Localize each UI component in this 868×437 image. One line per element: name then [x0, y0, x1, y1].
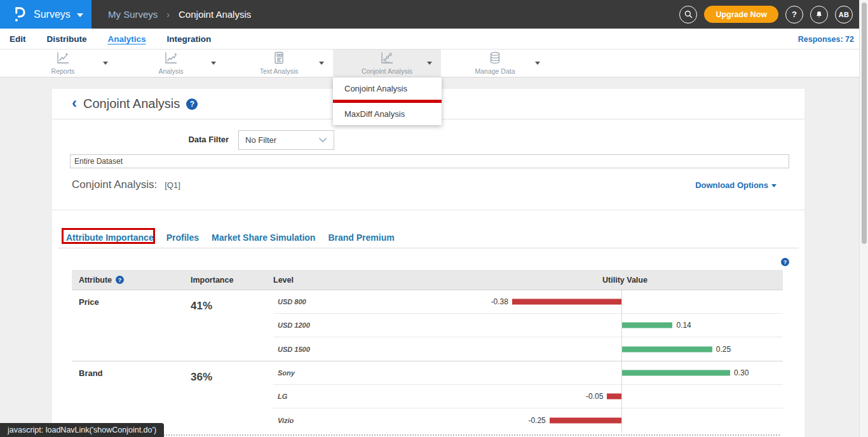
chevron-down-icon[interactable] — [427, 62, 432, 65]
tab-profiles[interactable]: Profiles — [166, 231, 200, 244]
nav-integration[interactable]: Integration — [167, 34, 212, 44]
table-group-price: Price 41% USD 800 -0.38 USD 1200 0.14 — [72, 290, 783, 361]
level-label: LG — [273, 385, 467, 408]
utility-value-label: 0.14 — [676, 321, 691, 330]
table-row: USD 1500 0.25 — [273, 337, 783, 361]
utility-bar-cell: 0.30 — [467, 361, 783, 384]
question-ref: [Q1] — [165, 180, 180, 190]
toolbar-item-manage-data[interactable]: Manage Data — [441, 50, 549, 77]
line-chart-icon — [55, 51, 71, 65]
chevron-down-icon[interactable] — [319, 62, 324, 65]
survey-nav-row: Edit Distribute Analytics Integration Re… — [0, 29, 868, 50]
upgrade-now-button[interactable]: Upgrade Now — [704, 6, 778, 23]
importance-value: 41% — [191, 290, 273, 361]
data-filter-select[interactable]: No Filter — [238, 130, 334, 150]
chevron-down-icon — [77, 13, 83, 17]
breadcrumb-my-surveys[interactable]: My Surveys — [108, 9, 158, 20]
avatar[interactable]: AB — [835, 6, 853, 24]
section-title: Conjoint Analysis:[Q1] — [72, 178, 180, 191]
page-title: Conjoint Analysis — [83, 97, 180, 111]
content-panel: ‹ Conjoint Analysis ? Data Filter No Fil… — [52, 89, 804, 437]
status-link-tooltip: javascript: loadNavLink('showConjoint.do… — [0, 423, 164, 437]
importance-value: 36% — [191, 361, 273, 432]
utility-bar-cell: 0.25 — [467, 337, 783, 361]
level-label: Vizio — [273, 408, 467, 432]
download-options-button[interactable]: Download Options — [695, 180, 776, 190]
table-row: LG -0.05 — [273, 385, 783, 408]
utility-bar — [607, 394, 621, 400]
scrollbar-thumb[interactable] — [862, 3, 867, 244]
tab-attribute-importance[interactable]: Attribute Importance — [65, 231, 154, 244]
back-button[interactable]: ‹ — [72, 97, 77, 109]
menu-item-conjoint-analysis[interactable]: Conjoint Analysis — [333, 77, 442, 100]
utility-value-label: 0.30 — [734, 368, 749, 377]
responses-count[interactable]: Responses: 72 — [798, 29, 854, 50]
notifications-button[interactable] — [810, 6, 828, 24]
trend-chart-icon — [163, 51, 179, 65]
product-switcher[interactable]: Surveys — [0, 0, 92, 29]
utility-value-label: -0.05 — [586, 392, 603, 401]
data-filter-label: Data Filter — [147, 135, 229, 144]
text-document-icon — [271, 51, 287, 65]
toolbar-item-analysis[interactable]: Analysis — [117, 50, 225, 77]
toolbar-item-text-analysis[interactable]: Text Analysis — [225, 50, 333, 77]
menu-item-maxdiff-analysis[interactable]: MaxDiff Analysis — [333, 103, 442, 125]
breadcrumb-separator: › — [166, 10, 170, 20]
bell-icon — [815, 10, 824, 19]
level-label: USD 800 — [273, 290, 467, 313]
top-header-bar: Surveys My Surveys › Conjoint Analysis U… — [0, 0, 868, 29]
table-bottom-border — [72, 434, 780, 436]
utility-value-label: 0.25 — [716, 345, 731, 354]
table-row: Sony 0.30 — [273, 361, 783, 385]
utility-bar — [622, 346, 712, 352]
chevron-down-icon[interactable] — [211, 62, 216, 65]
analytics-toolbar: Reports Analysis Text Analysis — [0, 50, 868, 77]
help-button[interactable]: ? — [785, 6, 803, 24]
conjoint-analysis-dropdown-menu: Conjoint Analysis MaxDiff Analysis — [333, 77, 442, 125]
table-header: Attribute ? Importance Level Utility Val… — [72, 270, 783, 290]
chevron-down-icon — [771, 184, 776, 187]
database-icon — [487, 51, 503, 65]
level-label: USD 1200 — [273, 314, 467, 337]
title-help-icon[interactable]: ? — [186, 98, 198, 110]
utility-bar-cell: -0.25 — [467, 408, 783, 432]
chevron-down-icon[interactable] — [103, 62, 108, 65]
utility-bar — [550, 417, 621, 423]
utility-bar — [622, 370, 730, 376]
level-label: USD 1500 — [273, 337, 467, 361]
scrollbar-track[interactable] — [859, 0, 868, 437]
divider — [52, 210, 804, 210]
breadcrumb-current: Conjoint Analysis — [179, 9, 251, 20]
utility-bar-cell: -0.38 — [467, 290, 783, 313]
attribute-name: Brand — [72, 361, 191, 432]
nav-analytics[interactable]: Analytics — [108, 34, 146, 44]
level-label: Sony — [273, 361, 467, 384]
table-group-brand: Brand 36% Sony 0.30 LG -0.05 — [72, 361, 783, 432]
table-help-icon[interactable]: ? — [781, 258, 789, 266]
tab-market-share-simulation[interactable]: Market Share Simulation — [211, 231, 316, 244]
chevron-down-icon[interactable] — [535, 62, 540, 65]
nav-edit[interactable]: Edit — [10, 34, 26, 44]
chevron-down-icon — [318, 137, 327, 143]
utility-bar-cell: 0.14 — [467, 314, 783, 337]
utility-value-label: -0.25 — [528, 416, 545, 425]
scatter-chart-icon — [379, 51, 395, 65]
table-row: USD 800 -0.38 — [273, 290, 783, 314]
col-importance: Importance — [191, 276, 273, 285]
attribute-name: Price — [72, 290, 191, 361]
toolbar-item-conjoint-analysis[interactable]: Conjoint Analysis — [333, 50, 441, 77]
table-row: USD 1200 0.14 — [273, 314, 783, 337]
attribute-help-icon[interactable]: ? — [116, 276, 124, 284]
tab-brand-premium[interactable]: Brand Premium — [327, 231, 395, 244]
question-mark-icon: ? — [792, 10, 797, 19]
questionpro-logo-icon — [13, 6, 27, 23]
result-tabs: Attribute Importance Profiles Market Sha… — [65, 231, 395, 244]
utility-bar-cell: -0.05 — [467, 385, 783, 408]
toolbar-item-reports[interactable]: Reports — [9, 50, 117, 77]
product-label: Surveys — [34, 9, 71, 20]
search-button[interactable] — [679, 6, 697, 24]
dataset-field[interactable] — [70, 154, 789, 168]
nav-distribute[interactable]: Distribute — [47, 34, 87, 44]
utility-value-label: -0.38 — [491, 297, 508, 306]
breadcrumb: My Surveys › Conjoint Analysis — [108, 0, 251, 29]
